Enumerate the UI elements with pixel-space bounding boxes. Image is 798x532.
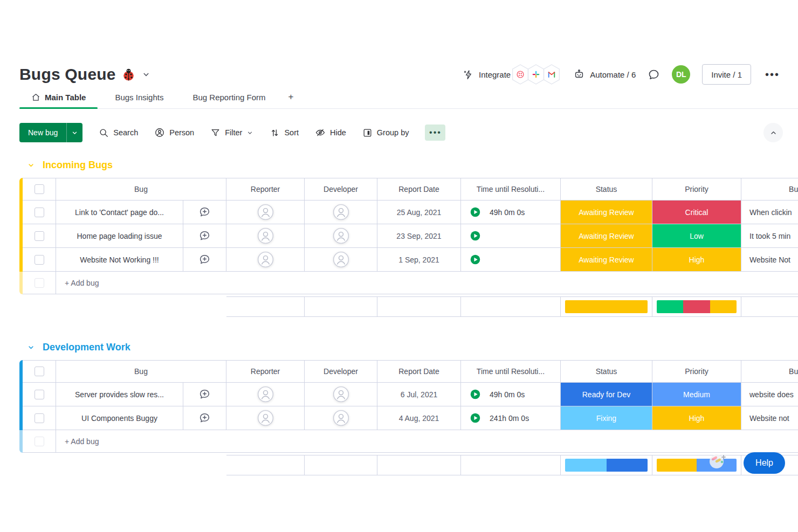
new-bug-dropdown[interactable] — [66, 123, 82, 142]
bug-name-cell[interactable]: Home page loading issue — [56, 224, 183, 248]
reporter-cell[interactable] — [226, 248, 305, 272]
chat-button[interactable] — [648, 68, 660, 81]
column-header-developer[interactable]: Developer — [305, 178, 377, 201]
column-header-description[interactable]: Bug Description — [741, 178, 798, 201]
description-cell[interactable]: It took 5 min — [741, 224, 798, 248]
column-header-priority[interactable]: Priority — [652, 360, 741, 383]
column-header-time[interactable]: Time until Resoluti... — [461, 178, 561, 201]
select-all-checkbox[interactable] — [35, 184, 44, 194]
add-conversation-icon — [198, 230, 211, 242]
priority-label[interactable]: Medium — [652, 383, 741, 406]
group-header-development-work[interactable]: Development Work — [27, 342, 798, 353]
column-header-report-date[interactable]: Report Date — [377, 360, 461, 383]
group-header-incoming-bugs[interactable]: Incoming Bugs — [27, 160, 798, 171]
description-cell[interactable]: When clickin — [741, 201, 798, 224]
report-date-cell[interactable]: 25 Aug, 2021 — [377, 201, 461, 224]
sort-button[interactable]: Sort — [270, 128, 299, 138]
developer-cell[interactable] — [305, 224, 377, 248]
row-checkbox[interactable] — [35, 390, 44, 399]
report-date-cell[interactable]: 23 Sep, 2021 — [377, 224, 461, 248]
status-label[interactable]: Awaiting Review — [561, 201, 652, 224]
play-icon[interactable] — [470, 412, 481, 424]
reporter-cell[interactable] — [226, 224, 305, 248]
bug-name-cell[interactable]: UI Components Buggy — [56, 406, 183, 430]
bug-name-cell[interactable]: Website Not Working !!! — [56, 248, 183, 272]
developer-cell[interactable] — [305, 201, 377, 224]
play-icon[interactable] — [470, 389, 481, 400]
status-label[interactable]: Awaiting Review — [561, 248, 652, 271]
board-more-menu-icon[interactable]: ••• — [763, 66, 782, 83]
column-header-description[interactable]: Bug Description — [741, 360, 798, 383]
help-button[interactable]: Help — [744, 452, 785, 474]
search-button[interactable]: Search — [99, 128, 138, 138]
column-header-reporter[interactable]: Reporter — [226, 360, 305, 383]
tab-bug-reporting-form[interactable]: Bug Reporting Form — [181, 88, 277, 108]
tab-bugs-insights[interactable]: Bugs Insights — [103, 88, 175, 108]
toolbar-more-button[interactable]: ••• — [425, 125, 445, 141]
status-label[interactable]: Fixing — [561, 406, 652, 430]
bug-name-cell[interactable]: Server provides slow res... — [56, 383, 183, 406]
add-bug-button[interactable]: + Add bug — [56, 272, 798, 294]
conversation-cell[interactable] — [183, 248, 226, 272]
description-cell[interactable]: Website not — [741, 406, 798, 430]
avatar[interactable]: DL — [672, 65, 690, 84]
column-header-time[interactable]: Time until Resoluti... — [461, 360, 561, 383]
conversation-cell[interactable] — [183, 201, 226, 224]
row-checkbox[interactable] — [35, 255, 44, 265]
conversation-cell[interactable] — [183, 406, 226, 430]
description-cell[interactable]: website does — [741, 383, 798, 406]
priority-label[interactable]: Low — [652, 224, 741, 247]
developer-cell[interactable] — [305, 406, 377, 430]
add-view-button[interactable]: + — [283, 88, 299, 108]
group-collapse-chevron-icon[interactable] — [27, 343, 35, 351]
hide-button[interactable]: Hide — [315, 127, 346, 138]
developer-cell[interactable] — [305, 248, 377, 272]
bug-name-cell[interactable]: Link to 'Contact' page do... — [56, 201, 183, 224]
priority-label[interactable]: High — [652, 406, 741, 430]
report-date-cell[interactable]: 4 Aug, 2021 — [377, 406, 461, 430]
reporter-cell[interactable] — [226, 383, 305, 406]
board-title[interactable]: Bugs Queue — [19, 65, 151, 84]
play-icon[interactable] — [470, 254, 481, 265]
row-checkbox[interactable] — [35, 208, 44, 217]
monday-logo-icon[interactable] — [707, 453, 727, 468]
report-date-cell[interactable]: 1 Sep, 2021 — [377, 248, 461, 272]
developer-cell[interactable] — [305, 383, 377, 406]
status-label[interactable]: Awaiting Review — [561, 224, 652, 247]
description-cell[interactable]: Website Not — [741, 248, 798, 272]
conversation-cell[interactable] — [183, 224, 226, 248]
group-by-button[interactable]: Group by — [362, 128, 409, 138]
report-date-cell[interactable]: 6 Jul, 2021 — [377, 383, 461, 406]
add-bug-button[interactable]: + Add bug — [56, 430, 798, 453]
new-bug-button[interactable]: New bug — [19, 123, 82, 142]
filter-chevron-icon[interactable] — [246, 129, 253, 136]
play-icon[interactable] — [470, 206, 481, 218]
play-icon[interactable] — [470, 230, 481, 241]
priority-label[interactable]: High — [652, 248, 741, 271]
row-checkbox[interactable] — [35, 231, 44, 241]
automate-button[interactable]: Automate / 6 — [573, 68, 636, 80]
integrate-button[interactable]: Integrate — [463, 64, 561, 85]
person-filter-button[interactable]: Person — [154, 127, 194, 138]
chevron-down-icon[interactable] — [141, 70, 151, 79]
column-header-status[interactable]: Status — [561, 178, 652, 201]
conversation-cell[interactable] — [183, 383, 226, 406]
priority-label[interactable]: Critical — [652, 201, 741, 224]
column-header-report-date[interactable]: Report Date — [377, 178, 461, 201]
reporter-cell[interactable] — [226, 201, 305, 224]
row-checkbox[interactable] — [35, 413, 44, 423]
column-header-developer[interactable]: Developer — [305, 360, 377, 383]
column-header-reporter[interactable]: Reporter — [226, 178, 305, 201]
column-header-bug[interactable]: Bug — [56, 178, 226, 201]
tab-main-table[interactable]: Main Table — [19, 88, 98, 108]
column-header-status[interactable]: Status — [561, 360, 652, 383]
group-collapse-chevron-icon[interactable] — [27, 161, 35, 169]
status-label[interactable]: Ready for Dev — [561, 383, 652, 406]
collapse-toolbar-button[interactable] — [763, 123, 783, 142]
column-header-bug[interactable]: Bug — [56, 360, 226, 383]
select-all-checkbox[interactable] — [35, 367, 44, 376]
invite-button[interactable]: Invite / 1 — [702, 64, 751, 85]
reporter-cell[interactable] — [226, 406, 305, 430]
filter-button[interactable]: Filter — [210, 128, 253, 138]
column-header-priority[interactable]: Priority — [652, 178, 741, 201]
